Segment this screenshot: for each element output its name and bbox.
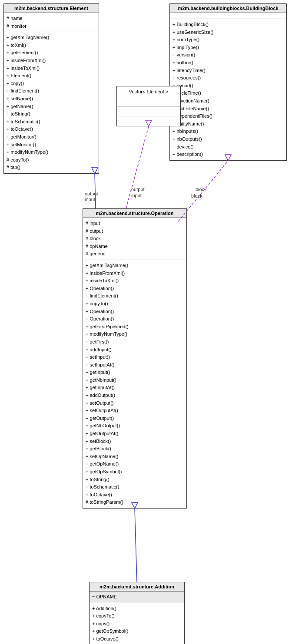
element-method-9: + getName() [7,103,96,111]
op-attr-3: # opName [86,243,184,251]
op-method-27: + getOpSymbol() [86,468,184,476]
bb-method-6: + latencyTime() [173,67,284,75]
svg-line-6 [135,509,137,582]
op-method-22: + getOutputAt() [86,430,184,438]
element-method-5: + Element() [7,72,96,80]
output-label: output [131,187,145,192]
addition-method-1: + copyTo() [92,612,182,620]
addition-method-0: + Addition() [92,605,182,613]
bb-method-17: + description() [173,151,284,159]
bb-method-13: + entityName() [173,120,284,128]
addition-class-box: m2m.backend.structure.Addition ~ OPNAME … [89,582,185,644]
element-method-7: + findElement() [7,87,96,95]
vector-row-2 [117,107,180,116]
element-attr-name: # name [7,15,96,23]
addition-methods-section: + Addition() + copyTo() + copy() + getOp… [90,603,184,644]
op-method-7: + Operation() [86,315,184,323]
element-method-15: + modifyNumType() [7,149,96,156]
element-attributes-section: # name # monitor [4,13,99,32]
element-class-box: m2m.backend.structure.Element # name # m… [3,3,99,174]
bb-method-0: + BuildingBlock() [173,21,284,29]
op-method-11: + addInput() [86,346,184,354]
op-method-8: + getFirstPipelined() [86,323,184,331]
op-method-17: + addOutput() [86,392,184,400]
element-method-12: + toOctave() [7,125,96,133]
operation-class-title: m2m.backend.structure.Operation [83,209,186,218]
svg-text:input: input [85,197,95,202]
bb-method-10: + functionName() [173,97,284,105]
op-method-31: # toStringParam() [86,499,184,506]
bb-method-3: + implType() [173,44,284,52]
op-method-1: + insideFromXml() [86,270,184,277]
op-method-26: + getOpName() [86,460,184,468]
element-method-11: + toSchematic() [7,118,96,126]
element-method-2: + getElement() [7,49,96,57]
op-method-30: + toOctave() [86,491,184,499]
element-method-10: + toString() [7,110,96,118]
bb-method-12: + dependentFiles() [173,112,284,120]
op-method-4: + findElement() [86,292,184,300]
bb-method-5: + author() [173,59,284,67]
buildingblock-empty-section [170,13,286,19]
bb-method-16: + device() [173,143,284,151]
vector-class-box: Vector< Element > [116,86,181,126]
element-method-3: + insideFromXml() [7,57,96,65]
element-methods-section: + getXmlTagName() + toXml() + getElement… [4,32,99,173]
op-method-28: + toString() [86,476,184,484]
element-method-1: + toXml() [7,42,96,50]
element-method-0: + getXmlTagName() [7,34,96,42]
addition-attributes-section: ~ OPNAME [90,591,184,603]
op-method-6: + Operation() [86,308,184,316]
element-method-8: + setName() [7,95,96,103]
element-class-title: m2m.backend.structure.Element [4,4,99,13]
svg-text:block: block [191,193,202,198]
buildingblock-class-title: m2m.backend.buildingblocks.BuildingBlock [170,4,286,13]
addition-method-4: + toOctave() [92,635,182,643]
op-method-20: + getOutput() [86,415,184,423]
bb-method-4: + version() [173,51,284,59]
svg-text:output: output [85,191,98,196]
buildingblock-methods-section: + BuildingBlock() + useGenericSize() + n… [170,19,286,160]
bb-method-2: + numType() [173,36,284,44]
op-method-13: + setInputAt() [86,361,184,369]
op-method-19: + setOutputAt() [86,407,184,415]
diagram-container: m2m.backend.structure.Element # name # m… [0,0,292,644]
bb-method-14: + nbInputs() [173,128,284,135]
bb-method-11: + vhdlFileName() [173,105,284,113]
addition-class-title: m2m.backend.structure.Addition [90,582,184,591]
vector-row-1 [117,97,180,107]
op-method-10: + getFirst() [86,338,184,346]
op-method-5: + copyTo() [86,300,184,308]
element-method-16: # copyTo() [7,156,96,164]
op-method-2: + insideToXml() [86,277,184,285]
block-label: block [196,187,207,192]
op-method-21: + getNbOutput() [86,422,184,430]
op-method-25: + setOpName() [86,453,184,461]
op-method-0: + getXmlTagName() [86,262,184,270]
op-attr-4: # generic [86,250,184,258]
bb-method-7: + resources() [173,74,284,82]
op-method-3: + Operation() [86,285,184,293]
op-method-9: + modifyNumType() [86,330,184,338]
vector-title: Vector< Element > [117,86,180,97]
element-method-14: + setMonitor() [7,141,96,149]
svg-line-0 [95,174,96,208]
element-method-17: # tab() [7,164,96,172]
op-method-16: + getInputAt() [86,384,184,392]
op-method-14: + getInput() [86,369,184,376]
bb-method-15: + nbOutputs() [173,135,284,143]
op-method-29: + toSchematic() [86,483,184,491]
bb-method-8: + period() [173,82,284,90]
op-attr-1: # output [86,228,184,235]
addition-attr-0: ~ OPNAME [92,593,182,601]
op-attr-0: # input [86,220,184,228]
operation-attributes-section: # input # output # block # opName # gene… [83,218,186,260]
addition-method-3: + getOpSymbol() [92,627,182,635]
operation-methods-section: + getXmlTagName() + insideFromXml() + in… [83,260,186,508]
element-attr-monitor: # monitor [7,23,96,30]
element-method-13: + getMonitor() [7,133,96,141]
op-method-18: + setOutput() [86,400,184,407]
op-method-15: + getNbInput() [86,376,184,384]
buildingblock-class-box: m2m.backend.buildingblocks.BuildingBlock… [169,3,287,161]
vector-row-3 [117,116,180,126]
